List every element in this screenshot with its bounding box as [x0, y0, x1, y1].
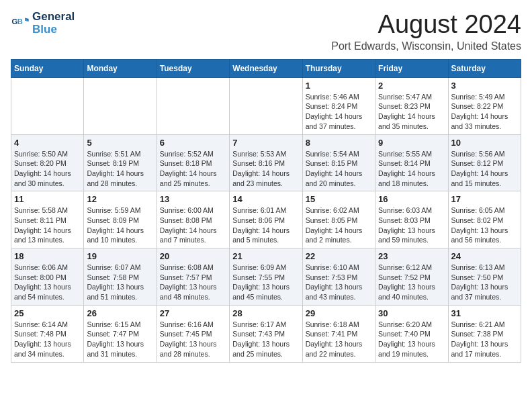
header-thursday: Thursday [302, 59, 375, 77]
day-number: 9 [378, 138, 445, 148]
day-info: Sunrise: 6:03 AM Sunset: 8:03 PM Dayligh… [378, 205, 445, 245]
calendar-cell: 26Sunrise: 6:15 AM Sunset: 7:47 PM Dayli… [84, 305, 157, 362]
day-number: 2 [378, 81, 445, 91]
calendar-week-2: 4Sunrise: 5:50 AM Sunset: 8:20 PM Daylig… [11, 134, 521, 191]
day-number: 13 [160, 194, 226, 204]
calendar-cell: 27Sunrise: 6:16 AM Sunset: 7:45 PM Dayli… [157, 305, 229, 362]
main-title: August 2024 [331, 11, 521, 39]
calendar-table: SundayMondayTuesdayWednesdayThursdayFrid… [11, 59, 521, 363]
day-info: Sunrise: 5:58 AM Sunset: 8:11 PM Dayligh… [14, 205, 81, 245]
calendar-cell: 7Sunrise: 5:53 AM Sunset: 8:16 PM Daylig… [230, 134, 302, 191]
day-info: Sunrise: 6:09 AM Sunset: 7:55 PM Dayligh… [232, 263, 299, 302]
day-number: 18 [14, 251, 81, 261]
day-number: 30 [378, 308, 445, 318]
calendar-cell: 2Sunrise: 5:47 AM Sunset: 8:23 PM Daylig… [375, 77, 448, 134]
calendar-cell: 31Sunrise: 6:21 AM Sunset: 7:38 PM Dayli… [448, 305, 521, 362]
calendar-cell: 20Sunrise: 6:08 AM Sunset: 7:57 PM Dayli… [157, 248, 229, 306]
svg-text:B: B [17, 17, 23, 26]
calendar-cell: 1Sunrise: 5:46 AM Sunset: 8:24 PM Daylig… [302, 77, 375, 134]
day-info: Sunrise: 5:52 AM Sunset: 8:18 PM Dayligh… [160, 149, 226, 189]
page-header: G B General Blue August 2024 Port Edward… [11, 11, 521, 52]
calendar-cell: 23Sunrise: 6:12 AM Sunset: 7:52 PM Dayli… [375, 248, 448, 306]
day-number: 24 [451, 251, 518, 261]
day-number: 20 [160, 251, 226, 261]
day-info: Sunrise: 6:14 AM Sunset: 7:48 PM Dayligh… [14, 320, 81, 359]
day-number: 6 [160, 138, 226, 148]
day-number: 1 [306, 81, 372, 91]
calendar-cell: 10Sunrise: 5:56 AM Sunset: 8:12 PM Dayli… [448, 134, 521, 191]
calendar-cell: 29Sunrise: 6:18 AM Sunset: 7:41 PM Dayli… [302, 305, 375, 362]
day-info: Sunrise: 6:01 AM Sunset: 8:06 PM Dayligh… [232, 205, 299, 245]
day-info: Sunrise: 6:02 AM Sunset: 8:05 PM Dayligh… [306, 205, 372, 245]
calendar-week-4: 18Sunrise: 6:06 AM Sunset: 8:00 PM Dayli… [11, 248, 521, 306]
header-monday: Monday [84, 59, 157, 77]
calendar-cell: 11Sunrise: 5:58 AM Sunset: 8:11 PM Dayli… [11, 191, 84, 248]
day-info: Sunrise: 5:51 AM Sunset: 8:19 PM Dayligh… [87, 149, 153, 189]
calendar-cell: 3Sunrise: 5:49 AM Sunset: 8:22 PM Daylig… [448, 77, 521, 134]
day-info: Sunrise: 6:05 AM Sunset: 8:02 PM Dayligh… [451, 205, 518, 245]
day-info: Sunrise: 5:47 AM Sunset: 8:23 PM Dayligh… [378, 92, 445, 132]
calendar-cell: 22Sunrise: 6:10 AM Sunset: 7:53 PM Dayli… [302, 248, 375, 306]
day-info: Sunrise: 6:07 AM Sunset: 7:58 PM Dayligh… [87, 263, 153, 302]
header-tuesday: Tuesday [157, 59, 229, 77]
day-info: Sunrise: 5:59 AM Sunset: 8:09 PM Dayligh… [87, 205, 153, 245]
day-info: Sunrise: 6:13 AM Sunset: 7:50 PM Dayligh… [451, 263, 518, 302]
day-number: 29 [306, 308, 372, 318]
day-info: Sunrise: 5:50 AM Sunset: 8:20 PM Dayligh… [14, 149, 81, 189]
calendar-cell: 14Sunrise: 6:01 AM Sunset: 8:06 PM Dayli… [230, 191, 302, 248]
day-info: Sunrise: 6:06 AM Sunset: 8:00 PM Dayligh… [14, 263, 81, 302]
calendar-cell: 28Sunrise: 6:17 AM Sunset: 7:43 PM Dayli… [230, 305, 302, 362]
header-friday: Friday [375, 59, 448, 77]
subtitle: Port Edwards, Wisconsin, United States [331, 40, 521, 52]
day-number: 15 [306, 194, 372, 204]
day-number: 14 [232, 194, 299, 204]
calendar-cell [230, 77, 302, 134]
day-number: 3 [451, 81, 518, 91]
day-info: Sunrise: 5:54 AM Sunset: 8:15 PM Dayligh… [306, 149, 372, 189]
svg-text:G: G [11, 17, 17, 26]
calendar-cell: 21Sunrise: 6:09 AM Sunset: 7:55 PM Dayli… [230, 248, 302, 306]
calendar-cell [11, 77, 84, 134]
day-number: 26 [87, 308, 153, 318]
day-info: Sunrise: 5:46 AM Sunset: 8:24 PM Dayligh… [306, 92, 372, 132]
day-info: Sunrise: 6:12 AM Sunset: 7:52 PM Dayligh… [378, 263, 445, 302]
calendar-week-3: 11Sunrise: 5:58 AM Sunset: 8:11 PM Dayli… [11, 191, 521, 248]
day-number: 22 [306, 251, 372, 261]
calendar-cell: 24Sunrise: 6:13 AM Sunset: 7:50 PM Dayli… [448, 248, 521, 306]
day-number: 16 [378, 194, 445, 204]
calendar-week-5: 25Sunrise: 6:14 AM Sunset: 7:48 PM Dayli… [11, 305, 521, 362]
calendar-cell: 6Sunrise: 5:52 AM Sunset: 8:18 PM Daylig… [157, 134, 229, 191]
calendar-header-row: SundayMondayTuesdayWednesdayThursdayFrid… [11, 59, 521, 77]
calendar-cell: 13Sunrise: 6:00 AM Sunset: 8:08 PM Dayli… [157, 191, 229, 248]
day-number: 11 [14, 194, 81, 204]
day-number: 27 [160, 308, 226, 318]
calendar-cell: 19Sunrise: 6:07 AM Sunset: 7:58 PM Dayli… [84, 248, 157, 306]
calendar-cell: 30Sunrise: 6:20 AM Sunset: 7:40 PM Dayli… [375, 305, 448, 362]
day-number: 12 [87, 194, 153, 204]
calendar-cell: 12Sunrise: 5:59 AM Sunset: 8:09 PM Dayli… [84, 191, 157, 248]
calendar-cell [157, 77, 229, 134]
day-info: Sunrise: 6:15 AM Sunset: 7:47 PM Dayligh… [87, 320, 153, 359]
calendar-cell: 17Sunrise: 6:05 AM Sunset: 8:02 PM Dayli… [448, 191, 521, 248]
logo-name-line1: General [32, 11, 75, 24]
day-info: Sunrise: 6:18 AM Sunset: 7:41 PM Dayligh… [306, 320, 372, 359]
calendar-cell: 25Sunrise: 6:14 AM Sunset: 7:48 PM Dayli… [11, 305, 84, 362]
day-number: 23 [378, 251, 445, 261]
day-number: 10 [451, 138, 518, 148]
calendar-cell: 5Sunrise: 5:51 AM Sunset: 8:19 PM Daylig… [84, 134, 157, 191]
day-info: Sunrise: 6:16 AM Sunset: 7:45 PM Dayligh… [160, 320, 226, 359]
logo-name-line2: Blue [32, 24, 75, 36]
calendar-cell: 4Sunrise: 5:50 AM Sunset: 8:20 PM Daylig… [11, 134, 84, 191]
day-info: Sunrise: 6:17 AM Sunset: 7:43 PM Dayligh… [232, 320, 299, 359]
day-number: 19 [87, 251, 153, 261]
calendar-cell: 16Sunrise: 6:03 AM Sunset: 8:03 PM Dayli… [375, 191, 448, 248]
calendar-cell: 9Sunrise: 5:55 AM Sunset: 8:14 PM Daylig… [375, 134, 448, 191]
day-info: Sunrise: 6:21 AM Sunset: 7:38 PM Dayligh… [451, 320, 518, 359]
logo-icon: G B [11, 14, 30, 33]
header-wednesday: Wednesday [230, 59, 302, 77]
day-info: Sunrise: 5:53 AM Sunset: 8:16 PM Dayligh… [232, 149, 299, 189]
header-sunday: Sunday [11, 59, 84, 77]
day-number: 7 [232, 138, 299, 148]
day-info: Sunrise: 6:08 AM Sunset: 7:57 PM Dayligh… [160, 263, 226, 302]
day-number: 5 [87, 138, 153, 148]
